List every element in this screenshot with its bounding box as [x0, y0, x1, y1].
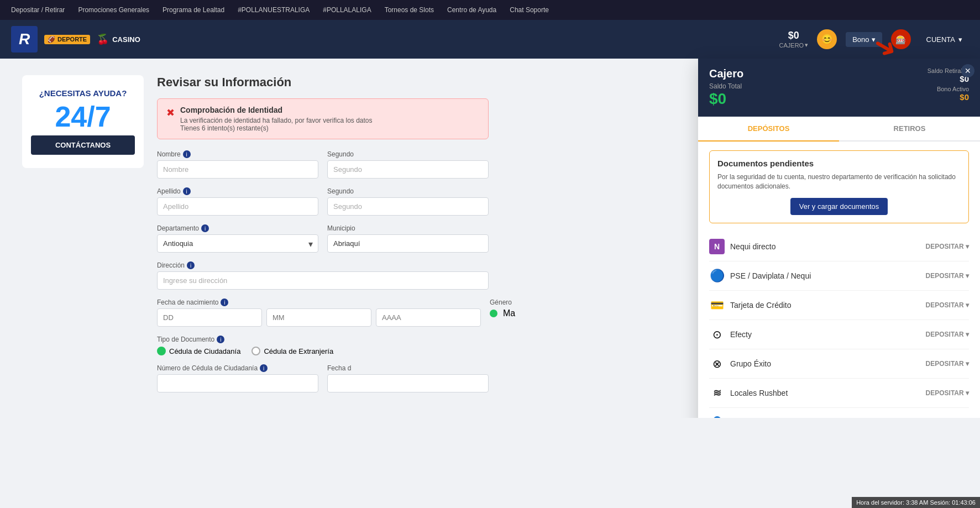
payment-method-tarjeta: 💳 Tarjeta de Crédito DEPOSITAR ▾ [709, 291, 969, 320]
nombre-info-icon[interactable]: i [183, 150, 191, 158]
numero-cedula-row: Número de Cédula de Ciudadanía i Fecha d [157, 364, 489, 392]
documentos-title: Documentos pendientes [717, 159, 961, 168]
segundo-apellido-label: Segundo [327, 187, 489, 195]
payment-left-efecty: ⊙ Efecty [709, 327, 752, 342]
departamento-info-icon[interactable]: i [201, 224, 209, 232]
bono-button[interactable]: Bono ▾ [846, 32, 882, 47]
nav-pollanuestraliga[interactable]: #POLLANUESTRALIGA [238, 6, 310, 14]
need-help-text: ¿NECESITAS AYUDA? [31, 88, 135, 98]
cedula-ciudadania-option[interactable]: Cédula de Ciudadanía [157, 347, 240, 355]
cedula-extranjeria-radio-empty [251, 347, 260, 355]
cajero-button[interactable]: $0 CAJERO ▾ [779, 30, 809, 49]
nav-depositar[interactable]: Depositar / Retirar [11, 6, 65, 14]
departamento-select[interactable]: Antioquia [157, 234, 318, 253]
ver-documentos-button[interactable]: Ver y cargar documentos [790, 198, 888, 215]
casino-label: CASINO [112, 35, 140, 44]
pse-depositar-button[interactable]: DEPOSITAR ▾ [926, 272, 969, 280]
depto-muni-row: Departamento i Antioquia ▾ Municipio [157, 224, 489, 253]
apellido-info-icon[interactable]: i [183, 187, 191, 195]
form-title: Revisar su Información [157, 75, 489, 90]
apellido-input[interactable] [157, 197, 318, 216]
cajero-label: CAJERO ▾ [779, 41, 809, 49]
departamento-label: Departamento i [157, 224, 318, 232]
tipo-doc-label: Tipo de Documento i [157, 336, 489, 343]
segundo-nombre-group: Segundo [327, 150, 489, 179]
tipo-doc-info-icon[interactable]: i [217, 336, 224, 343]
cajero-chevron-icon: ▾ [805, 41, 808, 49]
fecha-genero-row: Fecha de nacimiento i Género Ma [157, 298, 489, 327]
fecha-anio-input[interactable] [376, 308, 481, 327]
efecty-depositar-button[interactable]: DEPOSITAR ▾ [926, 331, 969, 338]
fecha-expedicion-input[interactable] [327, 374, 489, 392]
otros-icon: 👤 [709, 415, 725, 418]
nav-pollalaliga[interactable]: #POLLALALIGA [323, 6, 371, 14]
municipio-group: Municipio [327, 224, 489, 253]
tab-depositos[interactable]: DEPÓSITOS [698, 117, 839, 142]
payment-left-exito: ⊗ Grupo Éxito [709, 356, 771, 371]
fecha-expedicion-label: Fecha d [327, 364, 489, 372]
cajero-balance-section: Cajero Saldo Total $0 [709, 67, 743, 108]
nav-ayuda[interactable]: Centro de Ayuda [447, 6, 496, 14]
error-icon: ✖ [166, 107, 175, 119]
payment-method-exito: ⊗ Grupo Éxito DEPOSITAR ▾ [709, 349, 969, 379]
numero-cedula-input[interactable] [157, 374, 318, 392]
segundo-nombre-input[interactable] [327, 160, 489, 179]
fecha-mes-input[interactable] [266, 308, 371, 327]
cuenta-button[interactable]: CUENTA ▾ [920, 32, 969, 47]
genero-label: Género [490, 298, 515, 306]
payment-left-otros: 👤 Otros métodos [709, 415, 781, 418]
cedula-ciudadania-label: Cédula de Ciudadanía [169, 347, 240, 355]
cedula-extranjeria-option[interactable]: Cédula de Extranjería [251, 347, 333, 355]
tarjeta-depositar-button[interactable]: DEPOSITAR ▾ [926, 301, 969, 309]
locales-depositar-button[interactable]: DEPOSITAR ▾ [926, 389, 969, 397]
tab-retiros[interactable]: RETIROS [839, 117, 980, 140]
fecha-info-icon[interactable]: i [221, 298, 228, 306]
cajero-tabs: DEPÓSITOS RETIROS [698, 117, 980, 142]
numero-cedula-label: Número de Cédula de Ciudadanía i [157, 364, 318, 372]
contact-button[interactable]: CONTÁCTANOS [31, 135, 135, 155]
cedula-ciudadania-radio-filled [157, 347, 166, 355]
nombre-group: Nombre i [157, 150, 318, 179]
casino-tab[interactable]: 🍒 CASINO [97, 33, 140, 45]
municipio-input[interactable] [327, 234, 489, 253]
tarjeta-icon: 💳 [709, 297, 725, 313]
nombre-row: Nombre i Segundo [157, 150, 489, 179]
bono-chevron-icon: ▾ [872, 35, 876, 44]
account-avatar[interactable]: 🎰 [891, 29, 911, 49]
nombre-input[interactable] [157, 160, 318, 179]
page-content: ¿NECESITAS AYUDA? 24/7 CONTÁCTANOS Revis… [0, 59, 980, 418]
cajero-balance-label: Saldo Total [709, 82, 743, 90]
nequi-depositar-button[interactable]: DEPOSITAR ▾ [926, 243, 969, 250]
numero-cedula-info-icon[interactable]: i [260, 364, 268, 372]
apellido-row: Apellido i Segundo [157, 187, 489, 216]
deporte-tab[interactable]: 🏈 DEPORTE [44, 35, 90, 44]
payment-method-pse: 🔵 PSE / Daviplata / Nequi DEPOSITAR ▾ [709, 261, 969, 291]
tarjeta-name: Tarjeta de Crédito [730, 301, 792, 310]
documentos-description: Por la seguridad de tu cuenta, nuestro d… [717, 172, 961, 191]
error-attempts: Tienes 6 intento(s) restante(s) [180, 124, 373, 132]
numero-cedula-group: Número de Cédula de Ciudadanía i [157, 364, 318, 392]
sport-icon: 🏈 [48, 36, 55, 43]
nav-torneos[interactable]: Torneos de Slots [385, 6, 434, 14]
close-cajero-button[interactable]: ✕ [961, 64, 974, 77]
cajero-body: Documentos pendientes Por la seguridad d… [698, 142, 980, 418]
fecha-label: Fecha de nacimiento i [157, 298, 481, 306]
nav-lealtad[interactable]: Programa de Lealtad [163, 6, 224, 14]
direccion-info-icon[interactable]: i [187, 261, 195, 269]
fecha-dia-input[interactable] [157, 308, 262, 327]
pse-icon: 🔵 [709, 268, 725, 284]
nav-promociones[interactable]: Promociones Generales [78, 6, 149, 14]
user-avatar[interactable]: 😊 [817, 29, 837, 49]
nav-chat[interactable]: Chat Soporte [510, 6, 549, 14]
exito-depositar-button[interactable]: DEPOSITAR ▾ [926, 360, 969, 368]
payment-left-pse: 🔵 PSE / Daviplata / Nequi [709, 268, 811, 284]
genero-input-row: Ma [490, 308, 515, 318]
segundo-apellido-input[interactable] [327, 197, 489, 216]
departamento-select-wrapper: Antioquia ▾ [157, 234, 318, 253]
apellido-group: Apellido i [157, 187, 318, 216]
payment-method-locales: ≋ Locales Rushbet DEPOSITAR ▾ [709, 379, 969, 408]
direccion-input[interactable] [157, 271, 489, 290]
rushbet-logo[interactable]: R [11, 26, 38, 53]
payment-method-nequi: N Nequi directo DEPOSITAR ▾ [709, 232, 969, 261]
logo-area: R 🏈 DEPORTE 🍒 CASINO [11, 26, 140, 53]
